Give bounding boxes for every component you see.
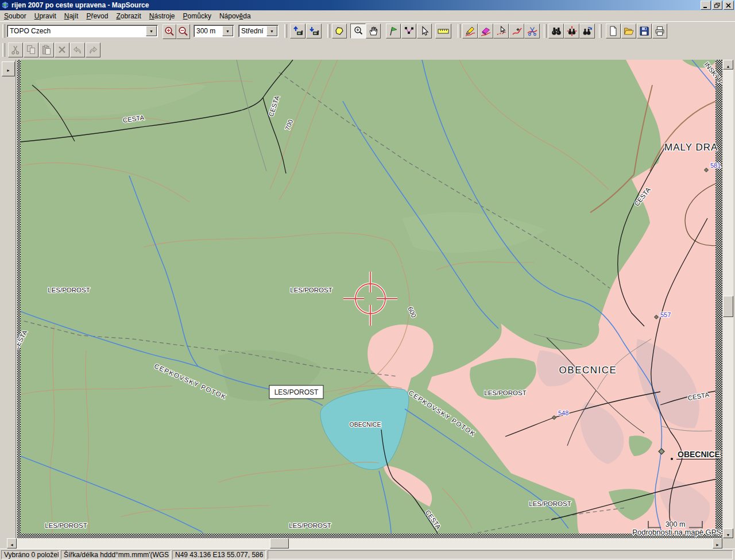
send-to-device-button[interactable] [290,24,305,38]
find-recent-icon [582,25,593,37]
toolbar-grip[interactable] [2,24,5,38]
scroll-up-button[interactable] [723,60,733,69]
toolbar-grip[interactable] [599,24,602,38]
copy-button[interactable] [24,43,38,57]
status-empty-panel [268,550,733,559]
map-detail-combo[interactable]: Střední [238,25,278,37]
paste-button[interactable] [39,43,54,57]
mapsource-window: { "window": { "title": "rijen 2007 po ce… [0,0,735,560]
scroll-down-icon [726,528,730,539]
map-product-dropdown-icon[interactable] [146,26,157,36]
receive-from-device-icon [308,25,320,37]
menu-pomucky[interactable]: Pomůcky [179,11,215,21]
undo-icon [72,44,83,56]
new-document-button[interactable] [606,24,621,38]
find-recent-button[interactable] [579,24,595,38]
scrollbar-corner [722,538,735,549]
horizontal-scroll-thumb[interactable] [270,538,289,549]
expand-pane-button[interactable] [2,61,15,76]
menu-nastroje[interactable]: Nástroje [145,11,179,21]
route-tool-icon [403,25,415,37]
menu-upravit[interactable]: Upravit [30,11,60,21]
menu-najit[interactable]: Najít [60,11,83,21]
insert-track-point-icon [511,25,523,37]
send-to-device-icon [292,25,304,37]
toolbar-grip[interactable] [458,24,461,38]
menu-zobrazit[interactable]: Zobrazit [112,11,145,21]
cut-button[interactable] [8,43,23,57]
selection-arrow-tool-button[interactable] [417,24,432,38]
close-button[interactable] [724,1,734,10]
cut-track-tool-button[interactable] [524,24,540,38]
map-label-les-porost: LES/POROST [48,287,90,293]
horizontal-scrollbar[interactable] [7,538,722,549]
status-grid-format: Šířka/délka hddd°mm.mmm'(WGS 84) [61,550,171,559]
map-area: 300 m Podrobnosti na mapě GPS LES/POROST… [17,60,722,538]
scroll-left-icon [10,538,14,549]
menu-soubor[interactable]: Soubor [0,11,30,21]
map-edge-bottom [17,534,722,538]
new-document-icon [608,25,619,37]
map-select-tool-button[interactable] [332,24,347,38]
open-document-button[interactable] [621,24,636,38]
vertical-scrollbar[interactable] [723,60,733,538]
redo-button[interactable] [86,43,100,57]
map-canvas[interactable]: 300 m Podrobnosti na mapě GPS LES/POROST… [17,60,722,538]
map-scale-value: 300 m [194,25,222,37]
map-product-value: TOPO Czech [7,25,145,37]
waypoint-flag-icon [388,25,399,37]
menu-napoveda[interactable]: Nápověda [215,11,255,21]
map-label-obecnice-waypoint: OBECNICE [678,450,720,459]
scroll-left-button[interactable] [7,538,17,549]
map-label-les-porost: LES/POROST [529,500,571,507]
title-bar[interactable]: rijen 2007 po ceste upravena - MapSource [0,0,735,10]
vertical-scroll-thumb[interactable] [723,296,733,317]
zoom-out-button[interactable] [176,24,190,39]
find-nearest-button[interactable] [564,24,579,38]
select-track-tool-button[interactable] [493,24,509,38]
menu-prevod[interactable]: Převod [82,11,112,21]
zoom-tool-button[interactable] [350,24,366,38]
pan-hand-tool-button[interactable] [366,24,381,38]
restore-button[interactable] [712,1,722,10]
minimize-button[interactable] [701,1,711,10]
map-label-les-porost-boxed: LES/POROST [274,388,319,396]
map-label-elevation-548: 548 [558,410,568,416]
map-label-les-porost: LES/POROST [289,522,331,529]
map-detail-value: Střední [239,25,266,37]
map-detail-dropdown-icon[interactable] [266,26,277,36]
undo-button[interactable] [70,43,85,57]
minimize-icon [703,3,709,8]
map-label-obecnice-lake: OBECNICE [350,421,381,428]
draw-track-tool-button[interactable] [462,24,478,38]
toolbar-grip[interactable] [327,24,330,38]
toolbar-grip[interactable] [544,24,547,38]
erase-track-tool-button[interactable] [478,24,493,38]
map-product-combo[interactable]: TOPO Czech [7,25,158,37]
scrollbar-filler [0,538,7,549]
toolbar-grip[interactable] [2,43,5,57]
ruler-icon [437,25,450,37]
select-track-icon [496,25,507,37]
toolbar-grip[interactable] [284,24,287,38]
insert-track-point-tool-button[interactable] [509,24,524,38]
map-scale-combo[interactable]: 300 m [194,25,234,37]
distance-ruler-tool-button[interactable] [435,24,451,38]
route-tool-button[interactable] [401,24,416,38]
find-place-button[interactable] [548,24,564,38]
delete-button[interactable] [55,43,69,57]
waypoint-flag-tool-button[interactable] [386,24,401,38]
map-scale-dropdown-icon[interactable] [222,26,233,36]
print-button[interactable] [652,24,667,38]
scroll-right-button[interactable] [713,538,722,549]
draw-track-icon [465,25,476,37]
find-binoculars-icon [551,25,562,37]
scroll-up-icon [726,60,730,70]
mapsource-app-icon [1,1,9,9]
save-document-button[interactable] [637,24,652,38]
scroll-down-button[interactable] [723,528,733,538]
restore-icon [714,3,720,8]
receive-from-device-button[interactable] [306,24,322,38]
zoom-in-button[interactable] [163,24,176,39]
map-label-les-porost: LES/POROST [45,522,87,529]
